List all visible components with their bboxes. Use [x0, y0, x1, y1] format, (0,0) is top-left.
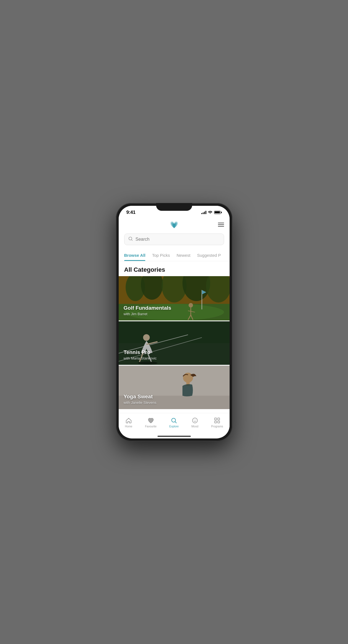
hamburger-menu[interactable] — [218, 223, 224, 227]
svg-point-33 — [194, 420, 194, 420]
nav-explore-label: Explore — [169, 425, 179, 428]
svg-rect-37 — [215, 421, 217, 423]
tab-top-picks[interactable]: Top Picks — [152, 249, 170, 261]
explore-search-icon — [171, 417, 177, 424]
phone-notch — [156, 203, 192, 211]
search-input[interactable] — [136, 237, 220, 242]
category-card-golf[interactable]: Golf Fundamentals with Jim Barret — [119, 276, 230, 320]
tab-suggested[interactable]: Suggested P — [197, 249, 221, 261]
hamburger-line-3 — [218, 226, 224, 227]
card-subtitle-yoga: with Janelle Stevens — [124, 401, 225, 405]
hamburger-line-2 — [218, 224, 224, 225]
section-title: All Categories — [124, 266, 224, 273]
search-box[interactable] — [124, 234, 224, 245]
category-card-yoga[interactable]: Yoga Sweat with Janelle Stevens — [119, 365, 230, 409]
status-time: 9:41 — [126, 210, 136, 215]
svg-rect-36 — [218, 418, 220, 420]
nav-favourite-label: Favourite — [145, 425, 157, 428]
card-subtitle-golf: with Jim Barret — [124, 312, 225, 316]
card-title-golf: Golf Fundamentals — [124, 305, 225, 311]
phone-screen: 9:41 — [119, 206, 230, 438]
heart-icon — [148, 417, 154, 424]
mood-icon — [192, 417, 198, 424]
home-icon — [125, 417, 132, 424]
svg-point-32 — [192, 418, 197, 423]
nav-home[interactable]: Home — [122, 416, 135, 429]
svg-rect-35 — [215, 418, 217, 420]
svg-point-34 — [195, 420, 196, 420]
phone-frame: 9:41 — [116, 203, 232, 441]
svg-rect-38 — [218, 421, 220, 423]
tabs-container: Browse All Top Picks Newest Suggested P — [119, 249, 230, 261]
nav-programs-label: Programs — [211, 425, 223, 428]
battery-icon — [214, 211, 222, 214]
logo — [169, 220, 180, 229]
category-card-tennis[interactable]: Tennis Pro with Maria Stankovic — [119, 320, 230, 365]
card-content-golf: Golf Fundamentals with Jim Barret — [119, 301, 230, 320]
nav-home-label: Home — [125, 425, 132, 428]
card-title-yoga: Yoga Sweat — [124, 394, 225, 400]
programs-icon — [214, 417, 220, 424]
card-title-tennis: Tennis Pro — [124, 349, 225, 355]
svg-line-31 — [175, 422, 177, 423]
svg-line-1 — [131, 240, 133, 241]
tab-browse-all[interactable]: Browse All — [124, 249, 146, 261]
nav-mood[interactable]: Mood — [189, 416, 201, 429]
nav-favourite[interactable]: Favourite — [142, 416, 159, 429]
search-container — [119, 232, 230, 249]
categories-list: Golf Fundamentals with Jim Barret — [119, 276, 230, 413]
card-subtitle-tennis: with Maria Stankovic — [124, 356, 225, 360]
nav-programs[interactable]: Programs — [208, 416, 226, 429]
bottom-nav: Home Favourite Explore — [119, 413, 230, 436]
search-icon — [128, 237, 133, 242]
nav-mood-label: Mood — [191, 425, 198, 428]
nav-explore[interactable]: Explore — [167, 416, 182, 429]
card-content-tennis: Tennis Pro with Maria Stankovic — [119, 345, 230, 365]
section-heading: All Categories — [119, 261, 230, 276]
status-icons — [201, 210, 222, 214]
card-content-yoga: Yoga Sweat with Janelle Stevens — [119, 389, 230, 409]
home-indicator — [158, 436, 191, 437]
wifi-icon — [208, 210, 212, 214]
signal-icon — [201, 211, 206, 214]
hamburger-line-1 — [218, 223, 224, 223]
app-header — [119, 217, 230, 232]
tab-newest[interactable]: Newest — [177, 249, 190, 261]
